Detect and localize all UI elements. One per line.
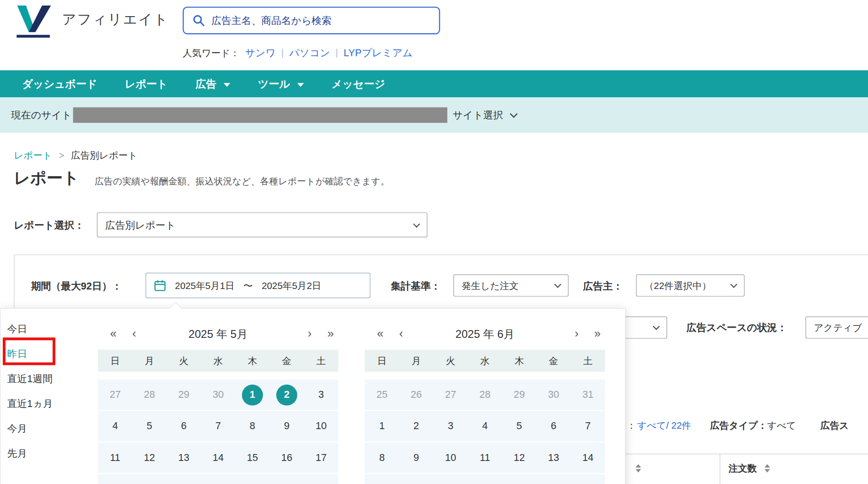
weekday-row: 日月火水木金土 (98, 350, 338, 372)
calendar-day[interactable]: 7 (201, 411, 235, 442)
calendar-day[interactable]: 6 (166, 411, 201, 442)
advertiser-select[interactable]: （22件選択中） (636, 274, 744, 296)
calendar-day[interactable]: 28 (132, 379, 166, 410)
nav-item-label: レポート (125, 77, 168, 91)
calendar-day[interactable]: 11 (98, 443, 132, 473)
calendar-day[interactable]: 30 (201, 379, 235, 410)
calendar-day[interactable]: 8 (365, 443, 399, 473)
ad-space-status-select[interactable]: アクティブ (805, 317, 868, 339)
calendar-day[interactable]: 28 (468, 379, 502, 410)
popular-links: サンワ|パソコン|LYPプレミアム (245, 47, 412, 60)
calendar-day[interactable]: 13 (536, 443, 571, 473)
calendar-day[interactable]: 5 (502, 411, 536, 442)
calendar-day[interactable]: 29 (502, 379, 536, 410)
calendar-day[interactable]: 4 (98, 411, 132, 442)
calendar-day[interactable]: 18 (98, 474, 132, 484)
calendar-day[interactable]: 3 (434, 411, 468, 442)
calendar-day[interactable]: 19 (132, 474, 166, 484)
calendar-day[interactable]: 16 (270, 443, 304, 473)
quick-option-last-1-week[interactable]: 直近1週間 (7, 366, 53, 391)
popular-word-link[interactable]: パソコン (289, 47, 330, 60)
calendar-day[interactable]: 26 (399, 379, 433, 410)
calendar-day[interactable]: 16 (399, 474, 433, 484)
calendar-day[interactable]: 11 (468, 443, 502, 473)
quick-option-this-month[interactable]: 今月 (7, 416, 53, 441)
calendar-day[interactable]: 22 (235, 474, 269, 484)
calendar-day[interactable]: 23 (270, 474, 304, 484)
calendar-day[interactable]: 15 (235, 443, 269, 473)
calendar-day[interactable]: 25 (365, 379, 399, 410)
report-type-select[interactable]: 広告別レポート (97, 212, 428, 237)
quick-option-today[interactable]: 今日 (7, 317, 53, 342)
calendar-day[interactable]: 20 (166, 474, 201, 484)
separator: | (336, 47, 338, 59)
search-box[interactable] (183, 6, 440, 34)
search-input[interactable] (212, 15, 430, 26)
calendar-day[interactable]: 17 (304, 443, 338, 473)
date-range-input[interactable]: 2025年5月1日 〜 2025年5月2日 (146, 273, 370, 298)
sort-icon[interactable] (765, 464, 770, 472)
calendar-day[interactable]: 5 (132, 411, 166, 442)
basis-select[interactable]: 発生した注文 (453, 274, 569, 296)
calendar-day[interactable]: 17 (434, 474, 468, 484)
calendar-day[interactable]: 10 (304, 411, 338, 442)
next-month-icon[interactable]: › (308, 324, 311, 343)
nav-item-message[interactable]: メッセージ (332, 77, 385, 91)
weekday-label: 金 (536, 350, 571, 372)
breadcrumb-report-link[interactable]: レポート (14, 149, 52, 162)
quick-option-last-1-month[interactable]: 直近1ヵ月 (7, 391, 53, 416)
calendar-day[interactable]: 4 (468, 411, 502, 442)
calendar-day[interactable]: 1 (365, 411, 399, 442)
calendar-day[interactable]: 29 (166, 379, 201, 410)
calendar-day[interactable]: 14 (201, 443, 235, 473)
calendar-day[interactable]: 24 (304, 474, 338, 484)
calendar-day[interactable]: 31 (571, 379, 605, 410)
quick-option-prev-month[interactable]: 先月 (7, 441, 53, 466)
site-bar: 現在のサイト サイト選択 (0, 97, 868, 133)
popular-word-link[interactable]: サンワ (245, 47, 275, 60)
calendar-day[interactable]: 27 (434, 379, 468, 410)
selection-count-link[interactable]: すべて/ 22件 (637, 419, 691, 432)
calendar-day[interactable]: 9 (270, 411, 304, 442)
calendar-day[interactable]: 2 (270, 379, 304, 410)
period-start-date: 2025年5月1日 (175, 279, 234, 292)
calendar-day[interactable]: 21 (571, 474, 605, 484)
nav-item-ad[interactable]: 広告 (196, 77, 231, 91)
calendar-day[interactable]: 6 (536, 411, 571, 442)
calendar-day[interactable]: 14 (571, 443, 605, 473)
next-year-icon[interactable]: » (327, 324, 334, 343)
calendar-day[interactable]: 13 (166, 443, 201, 473)
calendar-day[interactable]: 3 (304, 379, 338, 410)
top-header: アフィリエイト 人気ワード： サンワ|パソコン|LYPプレミアム (0, 0, 868, 70)
calendar-day[interactable]: 7 (571, 411, 605, 442)
site-select-button[interactable]: サイト選択 (452, 108, 516, 122)
nav-item-tool[interactable]: ツール (258, 77, 303, 91)
calendar-day[interactable]: 8 (235, 411, 269, 442)
calendar-day[interactable]: 10 (434, 443, 468, 473)
weekday-label: 日 (365, 350, 399, 372)
next-month-icon[interactable]: › (575, 324, 578, 343)
nav-item-label: ツール (258, 77, 290, 91)
column-header-order-count[interactable]: 注文数 (729, 462, 770, 475)
calendar-day[interactable]: 2 (399, 411, 433, 442)
calendar-day[interactable]: 12 (502, 443, 536, 473)
nav-item-dashboard[interactable]: ダッシュボード (22, 77, 97, 91)
logo-wordmark-bar (17, 35, 50, 38)
nav-item-report[interactable]: レポート (125, 77, 168, 91)
next-year-icon[interactable]: » (594, 324, 600, 343)
calendar-day[interactable]: 21 (201, 474, 235, 484)
main-nav: ダッシュボードレポート広告ツールメッセージ (0, 70, 868, 97)
calendar-day[interactable]: 12 (132, 443, 166, 473)
calendar-day[interactable]: 1 (235, 379, 269, 410)
calendar-day[interactable]: 30 (536, 379, 571, 410)
popular-word-link[interactable]: LYPプレミアム (344, 47, 413, 60)
calendar-day[interactable]: 27 (98, 379, 132, 410)
sort-icon[interactable] (636, 464, 641, 472)
quick-option-yesterday[interactable]: 昨日 (7, 342, 53, 366)
calendar-day[interactable]: 20 (536, 474, 571, 484)
calendar-day[interactable]: 18 (468, 474, 502, 484)
calendar-day[interactable]: 19 (502, 474, 536, 484)
calendar-day[interactable]: 15 (365, 474, 399, 484)
valuecommerce-logo[interactable] (17, 5, 53, 39)
calendar-day[interactable]: 9 (399, 443, 433, 473)
